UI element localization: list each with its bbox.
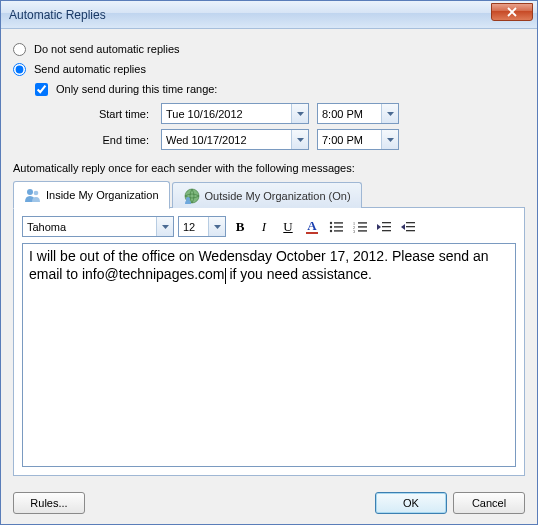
- svg-rect-17: [382, 226, 391, 227]
- increase-indent-icon: [401, 221, 415, 233]
- svg-point-4: [330, 221, 332, 223]
- svg-rect-19: [406, 222, 415, 223]
- svg-rect-15: [358, 230, 367, 231]
- svg-point-1: [34, 191, 39, 196]
- svg-rect-11: [358, 222, 367, 223]
- close-icon: [507, 7, 517, 17]
- dialog-content: Do not send automatic replies Send autom…: [1, 29, 537, 484]
- start-time-value: 8:00 PM: [318, 108, 381, 120]
- message-text-part2: if you need assistance.: [226, 266, 372, 282]
- format-toolbar: Tahoma 12 B I U A: [22, 216, 516, 237]
- svg-rect-20: [406, 226, 415, 227]
- radio-do-not-send-input[interactable]: [13, 43, 26, 56]
- svg-text:3: 3: [353, 228, 355, 233]
- svg-rect-5: [334, 222, 343, 223]
- cancel-button[interactable]: Cancel: [453, 492, 525, 514]
- tab-inside-org[interactable]: Inside My Organization: [13, 181, 170, 209]
- reply-section-label: Automatically reply once for each sender…: [13, 162, 525, 174]
- svg-point-8: [330, 229, 332, 231]
- ok-button-label: OK: [403, 497, 419, 509]
- font-size-combo[interactable]: 12: [178, 216, 226, 237]
- ok-button[interactable]: OK: [375, 492, 447, 514]
- dropdown-arrow-icon: [381, 130, 398, 149]
- automatic-replies-dialog: Automatic Replies Do not send automatic …: [0, 0, 538, 525]
- message-editor[interactable]: I will be out of the office on Wedensday…: [22, 243, 516, 467]
- people-icon: [24, 186, 42, 204]
- end-date-value: Wed 10/17/2012: [162, 134, 291, 146]
- decrease-indent-icon: [377, 221, 391, 233]
- numbered-list-button[interactable]: 1 2 3: [350, 217, 370, 237]
- svg-rect-18: [382, 230, 391, 231]
- end-time-label: End time:: [83, 134, 153, 146]
- bullet-list-button[interactable]: [326, 217, 346, 237]
- font-name-combo[interactable]: Tahoma: [22, 216, 174, 237]
- bold-button[interactable]: B: [230, 217, 250, 237]
- tab-panel-inside: Tahoma 12 B I U A: [13, 207, 525, 476]
- dropdown-arrow-icon: [156, 217, 173, 236]
- rules-button[interactable]: Rules...: [13, 492, 85, 514]
- numbered-list-icon: 1 2 3: [353, 221, 367, 233]
- window-title: Automatic Replies: [9, 8, 491, 22]
- time-range-grid: Start time: Tue 10/16/2012 8:00 PM End t…: [83, 103, 525, 150]
- checkbox-time-range-label: Only send during this time range:: [56, 83, 217, 95]
- svg-rect-7: [334, 226, 343, 227]
- tab-outside-org[interactable]: Outside My Organization (On): [172, 182, 362, 208]
- checkbox-time-range-input[interactable]: [35, 83, 48, 96]
- dropdown-arrow-icon: [381, 104, 398, 123]
- radio-do-not-send[interactable]: Do not send automatic replies: [13, 40, 525, 58]
- start-date-combo[interactable]: Tue 10/16/2012: [161, 103, 309, 124]
- start-date-value: Tue 10/16/2012: [162, 108, 291, 120]
- end-time-value: 7:00 PM: [318, 134, 381, 146]
- radio-do-not-send-label: Do not send automatic replies: [34, 43, 180, 55]
- tab-outside-org-label: Outside My Organization (On): [205, 190, 351, 202]
- radio-send-input[interactable]: [13, 63, 26, 76]
- tab-inside-org-label: Inside My Organization: [46, 189, 159, 201]
- svg-rect-9: [334, 230, 343, 231]
- tabs: Inside My Organization Outside My Organi…: [13, 180, 525, 208]
- dropdown-arrow-icon: [208, 217, 225, 236]
- font-name-value: Tahoma: [23, 221, 156, 233]
- radio-send-label: Send automatic replies: [34, 63, 146, 75]
- svg-point-0: [27, 189, 33, 195]
- end-date-combo[interactable]: Wed 10/17/2012: [161, 129, 309, 150]
- font-size-value: 12: [179, 221, 208, 233]
- cancel-button-label: Cancel: [472, 497, 506, 509]
- close-button[interactable]: [491, 3, 533, 21]
- dropdown-arrow-icon: [291, 130, 308, 149]
- font-color-button[interactable]: A: [302, 217, 322, 237]
- start-time-combo[interactable]: 8:00 PM: [317, 103, 399, 124]
- dropdown-arrow-icon: [291, 104, 308, 123]
- svg-point-6: [330, 225, 332, 227]
- decrease-indent-button[interactable]: [374, 217, 394, 237]
- svg-rect-21: [406, 230, 415, 231]
- dialog-footer: Rules... OK Cancel: [1, 484, 537, 524]
- font-color-icon: A: [306, 220, 317, 234]
- increase-indent-button[interactable]: [398, 217, 418, 237]
- start-time-label: Start time:: [83, 108, 153, 120]
- svg-rect-13: [358, 226, 367, 227]
- globe-people-icon: [183, 187, 201, 205]
- svg-rect-16: [382, 222, 391, 223]
- end-time-combo[interactable]: 7:00 PM: [317, 129, 399, 150]
- titlebar: Automatic Replies: [1, 1, 537, 29]
- radio-send[interactable]: Send automatic replies: [13, 60, 525, 78]
- bullet-list-icon: [329, 221, 343, 233]
- checkbox-time-range[interactable]: Only send during this time range:: [35, 80, 525, 98]
- rules-button-label: Rules...: [30, 497, 67, 509]
- italic-button[interactable]: I: [254, 217, 274, 237]
- underline-button[interactable]: U: [278, 217, 298, 237]
